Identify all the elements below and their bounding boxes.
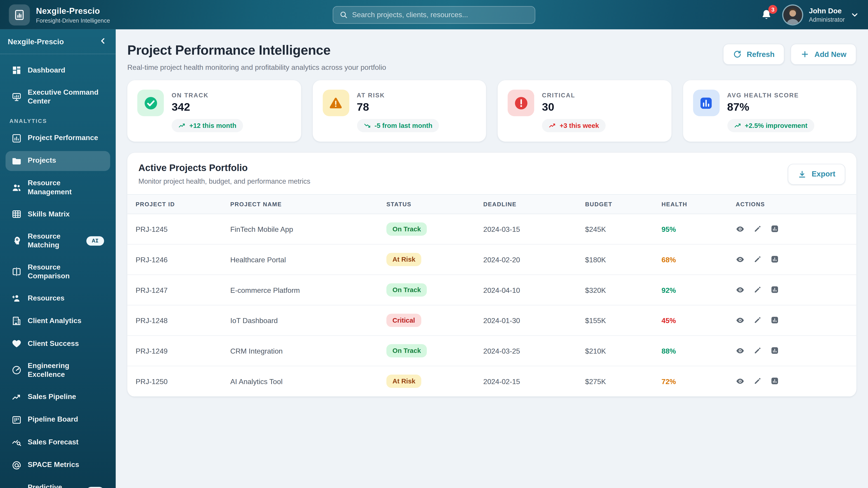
sidebar-item-label: Resource Management	[28, 178, 104, 197]
main-content: Project Performance Intelligence Real-ti…	[116, 29, 868, 488]
sidebar-item-label: Resources	[28, 294, 104, 303]
stat-body: ON TRACK 342 +12 this month	[172, 90, 243, 132]
sidebar-nav: Dashboard Executive Command Center ANALY…	[0, 54, 116, 488]
brand-text: Nexgile-Prescio Foresight-Driven Intelli…	[36, 6, 110, 24]
sidebar-item-sales-pipeline[interactable]: Sales Pipeline	[5, 387, 110, 407]
export-button[interactable]: Export	[788, 164, 845, 185]
table-body: PRJ-1245 FinTech Mobile App On Track 202…	[127, 214, 856, 396]
cell-health: 68%	[656, 244, 730, 275]
trending-up-icon	[11, 392, 22, 402]
user-plus-icon	[11, 293, 22, 303]
sidebar-item-client-success[interactable]: Client Success	[5, 334, 110, 354]
sidebar-item-label: Client Analytics	[28, 317, 104, 326]
view-button[interactable]	[736, 377, 745, 386]
at-sign-icon	[11, 460, 22, 470]
cell-actions	[730, 275, 856, 305]
sidebar-item-predictive-analytics[interactable]: Predictive Analytics AI	[5, 478, 110, 488]
page-subtitle: Real-time project health monitoring and …	[127, 63, 386, 71]
cell-project-name: CRM Integration	[225, 335, 381, 366]
view-button[interactable]	[736, 346, 745, 355]
sidebar-item-space-metrics[interactable]: SPACE Metrics	[5, 455, 110, 475]
user-menu[interactable]: John Doe Administrator	[782, 4, 859, 25]
analytics-button[interactable]	[770, 225, 779, 233]
stat-label: CRITICAL	[542, 92, 606, 98]
projects-panel: Active Projects Portfolio Monitor projec…	[127, 153, 856, 397]
sidebar-item-engineering-excellence[interactable]: Engineering Excellence	[5, 356, 110, 384]
top-header: Nexgile-Prescio Foresight-Driven Intelli…	[0, 0, 868, 29]
cell-deadline: 2024-01-30	[477, 305, 580, 336]
edit-button[interactable]	[753, 225, 762, 233]
column-header-actions: ACTIONS	[730, 195, 856, 214]
analytics-button[interactable]	[770, 346, 779, 355]
row-actions	[736, 225, 851, 233]
health-value: 95%	[662, 225, 676, 233]
gauge-icon	[11, 365, 22, 375]
view-button[interactable]	[736, 286, 745, 294]
brand-name: Nexgile-Prescio	[36, 6, 110, 15]
row-actions	[736, 377, 851, 386]
edit-button[interactable]	[753, 316, 762, 325]
brand-tagline: Foresight-Driven Intelligence	[36, 17, 110, 24]
cell-budget: $275K	[580, 366, 656, 396]
sidebar-item-sales-forecast[interactable]: Sales Forecast	[5, 432, 110, 452]
edit-button[interactable]	[753, 255, 762, 264]
user-meta: John Doe Administrator	[809, 6, 845, 23]
stat-label: AT RISK	[357, 92, 439, 98]
add-new-button[interactable]: Add New	[791, 43, 857, 65]
panel-title: Active Projects Portfolio	[138, 163, 310, 174]
sidebar-item-client-analytics[interactable]: Client Analytics	[5, 311, 110, 331]
table-header-row: PROJECT IDPROJECT NAMESTATUSDEADLINEBUDG…	[127, 195, 856, 214]
column-header-status: STATUS	[381, 195, 478, 214]
analytics-button[interactable]	[770, 255, 779, 264]
sidebar-item-resource-management[interactable]: Resource Management	[5, 173, 110, 201]
stat-label: AVG HEALTH SCORE	[727, 92, 814, 98]
edit-button[interactable]	[753, 286, 762, 294]
sidebar-collapse-button[interactable]	[98, 37, 108, 46]
sidebar-section-label: ANALYTICS	[9, 118, 106, 124]
view-button[interactable]	[736, 316, 745, 325]
stat-card-on-track: ON TRACK 342 +12 this month	[127, 80, 301, 142]
global-search[interactable]	[333, 6, 535, 24]
sidebar-item-label: Pipeline Board	[28, 415, 104, 424]
sidebar-item-dashboard[interactable]: Dashboard	[5, 60, 110, 80]
sidebar-item-skills-matrix[interactable]: Skills Matrix	[5, 204, 110, 224]
edit-button[interactable]	[753, 346, 762, 355]
cell-project-name: AI Analytics Tool	[225, 366, 381, 396]
notifications-button[interactable]: 3	[761, 9, 772, 20]
analytics-button[interactable]	[770, 316, 779, 325]
warning-triangle-icon	[322, 90, 349, 116]
bar-chart-square-icon	[693, 90, 719, 116]
refresh-label: Refresh	[747, 50, 775, 59]
cell-status: Critical	[381, 305, 478, 336]
sidebar-item-resources[interactable]: Resources	[5, 288, 110, 308]
analytics-button[interactable]	[770, 286, 779, 294]
sidebar-item-project-performance[interactable]: Project Performance	[5, 128, 110, 148]
check-circle-icon	[137, 90, 164, 116]
cell-health: 88%	[656, 335, 730, 366]
refresh-button[interactable]: Refresh	[723, 43, 784, 65]
edit-button[interactable]	[753, 377, 762, 386]
cell-health: 92%	[656, 275, 730, 305]
sidebar-item-executive-command-center[interactable]: Executive Command Center	[5, 83, 110, 111]
sidebar-item-pipeline-board[interactable]: Pipeline Board	[5, 410, 110, 429]
status-badge: On Track	[386, 283, 427, 297]
stat-body: AT RISK 78 -5 from last month	[357, 90, 439, 132]
analytics-button[interactable]	[770, 377, 779, 386]
cell-budget: $245K	[580, 214, 656, 245]
view-button[interactable]	[736, 255, 745, 264]
sidebar-item-resource-comparison[interactable]: Resource Comparison	[5, 258, 110, 286]
cell-status: At Risk	[381, 244, 478, 275]
cell-project-id: PRJ-1245	[127, 214, 225, 245]
logo-chart-icon	[13, 8, 26, 21]
page-header-text: Project Performance Intelligence Real-ti…	[127, 39, 386, 71]
health-value: 92%	[662, 286, 676, 294]
stat-trend: +12 this month	[172, 119, 243, 132]
sidebar-item-projects[interactable]: Projects	[5, 151, 110, 170]
chevron-left-icon	[98, 37, 107, 45]
sidebar-item-resource-matching[interactable]: Resource Matching AI	[5, 227, 110, 255]
panel-header: Active Projects Portfolio Monitor projec…	[127, 153, 856, 194]
table-row: PRJ-1249 CRM Integration On Track 2024-0…	[127, 335, 856, 366]
search-input[interactable]	[352, 11, 529, 19]
cell-project-id: PRJ-1248	[127, 305, 225, 336]
view-button[interactable]	[736, 225, 745, 233]
